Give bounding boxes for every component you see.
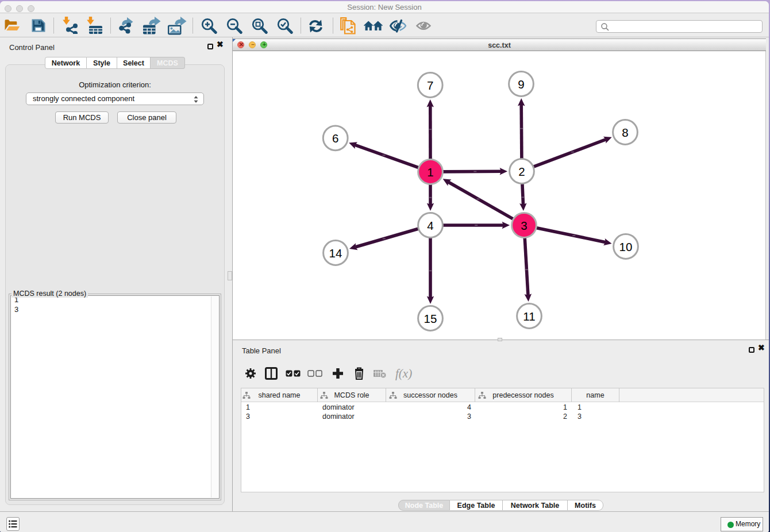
svg-text:15: 15 xyxy=(424,312,437,325)
svg-text:1: 1 xyxy=(427,165,433,179)
svg-text:6: 6 xyxy=(332,132,338,145)
svg-text:8: 8 xyxy=(622,126,628,139)
svg-text:10: 10 xyxy=(619,240,633,253)
svg-text:2: 2 xyxy=(518,165,525,178)
svg-text:4: 4 xyxy=(427,219,433,232)
svg-text:7: 7 xyxy=(427,79,433,92)
svg-text:3: 3 xyxy=(521,219,527,232)
svg-text:14: 14 xyxy=(329,246,342,260)
svg-text:9: 9 xyxy=(518,78,524,91)
svg-text:11: 11 xyxy=(523,310,535,323)
